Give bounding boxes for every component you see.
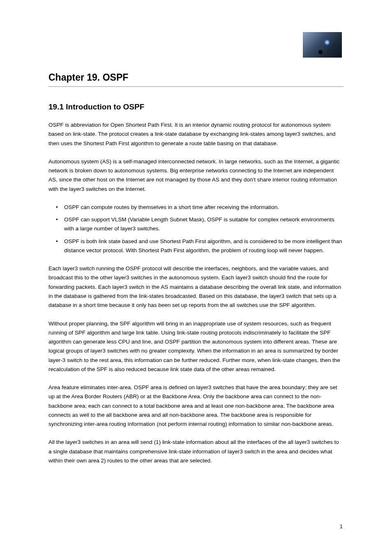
- body-paragraph-1: Each layer3 switch running the OSPF prot…: [48, 264, 344, 310]
- chapter-title: Chapter 19. OSPF: [48, 72, 344, 83]
- title-divider: [48, 86, 344, 87]
- page-number: 1: [340, 523, 343, 529]
- list-item: OSPF can support VLSM (Variable Length S…: [48, 215, 344, 234]
- wolf-eye-logo: [303, 32, 342, 58]
- list-item: OSPF can compute routes by themselves in…: [48, 203, 344, 212]
- list-item: OSPF is both link state based and use Sh…: [48, 237, 344, 255]
- logo-eye-detail: [324, 39, 330, 45]
- intro-paragraph-2: Autonomous system (AS) is a self-managed…: [48, 157, 344, 194]
- body-paragraph-3: Area feature eliminates inter-area. OSPF…: [48, 383, 344, 429]
- logo-nose-detail: [318, 50, 323, 54]
- intro-paragraph-1: OSPF is abbreviation for Open Shortest P…: [48, 121, 344, 148]
- body-paragraph-2: Without proper planning, the SPF algorit…: [48, 319, 344, 374]
- section-heading: 19.1 Introduction to OSPF: [48, 102, 344, 111]
- feature-list: OSPF can compute routes by themselves in…: [48, 203, 344, 255]
- body-paragraph-4: All the layer3 switches in an area will …: [48, 438, 344, 465]
